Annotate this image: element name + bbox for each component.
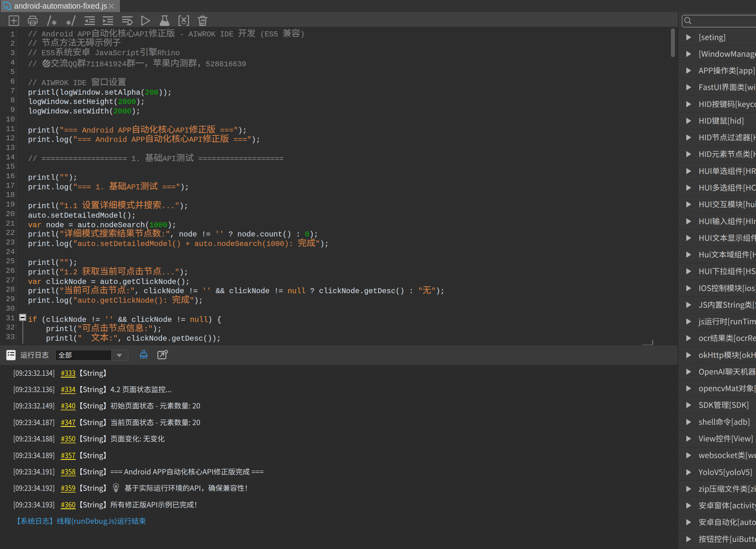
svg-text:JS: JS [3,5,8,10]
